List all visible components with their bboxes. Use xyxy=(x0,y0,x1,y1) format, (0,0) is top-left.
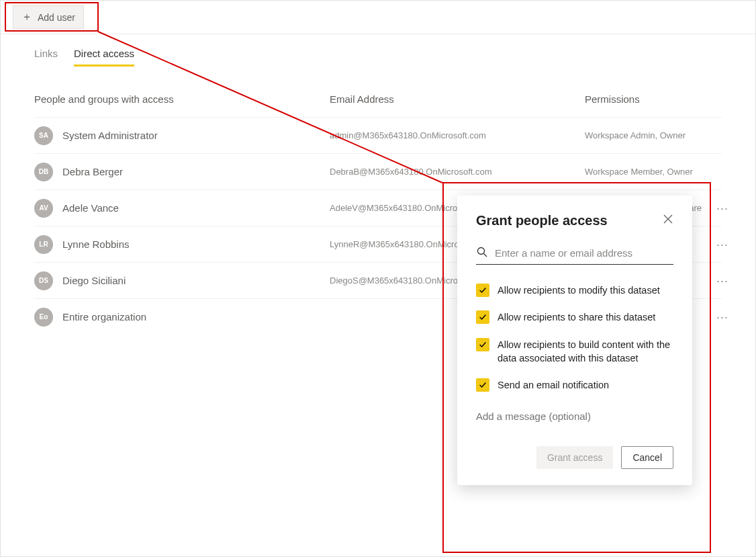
user-name: Lynne Robbins xyxy=(62,239,130,250)
user-name: Diego Siciliani xyxy=(62,275,126,286)
checkbox-label: Allow recipients to build content with t… xyxy=(498,338,673,366)
more-options-icon[interactable]: ··· xyxy=(716,273,728,288)
checkbox-checked-icon[interactable] xyxy=(476,338,489,351)
grant-access-dialog: Grant people access Allow recipients to … xyxy=(457,196,692,485)
table-row: SA System Administrator admin@M365x64318… xyxy=(34,117,722,153)
more-options-icon[interactable]: ··· xyxy=(716,237,728,251)
checkbox-row[interactable]: Allow recipients to build content with t… xyxy=(476,338,673,366)
tabs: Links Direct access xyxy=(1,34,755,67)
avatar: Eo xyxy=(34,308,53,327)
user-permissions: Workspace Admin, Owner xyxy=(585,130,722,140)
grant-access-button[interactable]: Grant access xyxy=(536,446,613,469)
checkbox-label: Allow recipients to modify this dataset xyxy=(498,284,660,297)
checkbox-checked-icon[interactable] xyxy=(476,378,489,392)
col-people-header: People and groups with access xyxy=(34,93,330,105)
user-name: Debra Berger xyxy=(62,166,123,177)
tab-direct-access[interactable]: Direct access xyxy=(74,48,134,67)
svg-point-0 xyxy=(478,248,485,255)
cancel-button[interactable]: Cancel xyxy=(621,446,673,469)
checkbox-checked-icon[interactable] xyxy=(476,310,489,324)
tab-links[interactable]: Links xyxy=(34,48,58,67)
table-header: People and groups with access Email Addr… xyxy=(34,87,722,117)
close-icon[interactable] xyxy=(663,214,673,228)
avatar: SA xyxy=(34,126,53,145)
add-user-button[interactable]: ＋ Add user xyxy=(13,5,84,29)
checkbox-label: Allow recipients to share this dataset xyxy=(498,310,655,324)
message-input[interactable] xyxy=(476,411,673,422)
col-permissions-header: Permissions xyxy=(585,93,722,105)
user-name: System Administrator xyxy=(62,130,158,141)
user-email: admin@M365x643180.OnMicrosoft.com xyxy=(330,130,585,140)
more-options-icon[interactable]: ··· xyxy=(716,310,728,324)
people-search-input[interactable] xyxy=(495,247,673,259)
user-name: Adele Vance xyxy=(62,202,119,214)
checkbox-row[interactable]: Allow recipients to share this dataset xyxy=(476,310,673,324)
avatar: LR xyxy=(34,235,53,254)
checkbox-checked-icon[interactable] xyxy=(476,284,489,297)
avatar: AV xyxy=(34,199,53,218)
dialog-title: Grant people access xyxy=(476,213,608,228)
plus-icon: ＋ xyxy=(21,10,32,24)
dialog-actions: Grant access Cancel xyxy=(476,446,673,469)
search-row xyxy=(476,246,673,265)
checkbox-label: Send an email notification xyxy=(498,378,609,392)
toolbar: ＋ Add user xyxy=(1,1,755,34)
col-email-header: Email Address xyxy=(330,93,585,105)
user-name: Entire organization xyxy=(62,311,146,323)
user-permissions: Workspace Member, Owner xyxy=(585,167,722,177)
checkbox-row[interactable]: Send an email notification xyxy=(476,378,673,392)
table-row: DB Debra Berger DebraB@M365x643180.OnMic… xyxy=(34,153,722,189)
avatar: DS xyxy=(34,271,53,290)
add-user-label: Add user xyxy=(38,12,75,23)
search-icon xyxy=(476,246,488,260)
user-email: DebraB@M365x643180.OnMicrosoft.com xyxy=(330,167,585,177)
avatar: DB xyxy=(34,163,53,181)
checkbox-row[interactable]: Allow recipients to modify this dataset xyxy=(476,284,673,297)
svg-line-1 xyxy=(484,254,487,257)
more-options-icon[interactable]: ··· xyxy=(716,201,728,215)
